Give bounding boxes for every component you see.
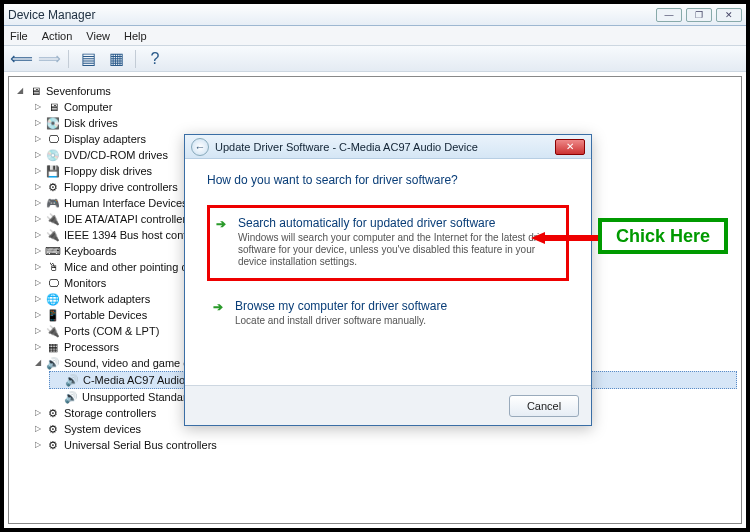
option2-title: Browse my computer for driver software: [235, 299, 559, 313]
dialog-back-button[interactable]: ←: [191, 138, 209, 156]
tree-item-label: IDE ATA/ATAPI controllers: [64, 211, 192, 227]
arrow-icon: ➔: [216, 217, 226, 231]
device-icon: 🎮: [46, 197, 60, 209]
option-search-automatically[interactable]: ➔ Search automatically for updated drive…: [207, 205, 569, 281]
device-icon: 🖵: [46, 133, 60, 145]
tree-item-label: Human Interface Devices: [64, 195, 188, 211]
dialog-close-button[interactable]: ✕: [555, 139, 585, 155]
option1-desc: Windows will search your computer and th…: [238, 232, 556, 268]
annotation-label: Chick Here: [616, 226, 710, 247]
window-close-button[interactable]: ✕: [716, 8, 742, 22]
device-icon: 🌐: [46, 293, 60, 305]
option-browse-computer[interactable]: ➔ Browse my computer for driver software…: [207, 291, 569, 337]
dialog-titlebar: ← Update Driver Software - C-Media AC97 …: [185, 135, 591, 159]
expand-icon[interactable]: ▷: [33, 199, 42, 208]
device-icon: 🖱: [46, 261, 60, 273]
collapse-icon[interactable]: ◢: [15, 87, 24, 96]
menu-file[interactable]: File: [10, 30, 28, 42]
device-icon: 💿: [46, 149, 60, 161]
svg-marker-0: [531, 232, 599, 244]
expand-icon[interactable]: ▷: [33, 231, 42, 240]
dialog-footer: Cancel: [185, 385, 591, 425]
tree-item[interactable]: ▷💽Disk drives: [31, 115, 737, 131]
arrow-icon: ➔: [213, 300, 223, 314]
expand-icon[interactable]: ▷: [33, 135, 42, 144]
tree-item-label: DVD/CD-ROM drives: [64, 147, 168, 163]
expand-icon[interactable]: ▷: [33, 279, 42, 288]
tree-item-label: Universal Serial Bus controllers: [64, 437, 217, 453]
menu-action[interactable]: Action: [42, 30, 73, 42]
expand-icon[interactable]: ▷: [33, 311, 42, 320]
device-icon: ⚙: [46, 423, 60, 435]
expand-icon[interactable]: ▷: [33, 151, 42, 160]
update-driver-dialog: ← Update Driver Software - C-Media AC97 …: [184, 134, 592, 426]
tree-item-label: Storage controllers: [64, 405, 156, 421]
expand-icon[interactable]: ▷: [33, 119, 42, 128]
tree-item-label: Display adapters: [64, 131, 146, 147]
expand-icon[interactable]: ▷: [33, 247, 42, 256]
expand-icon[interactable]: ▷: [33, 167, 42, 176]
cancel-button[interactable]: Cancel: [509, 395, 579, 417]
device-icon: 💽: [46, 117, 60, 129]
menu-help[interactable]: Help: [124, 30, 147, 42]
device-icon: 🔌: [46, 229, 60, 241]
device-icon: 🔌: [46, 213, 60, 225]
expand-icon[interactable]: ▷: [33, 263, 42, 272]
tree-item-label: Portable Devices: [64, 307, 147, 323]
tree-item-label: Keyboards: [64, 243, 117, 259]
window-maximize-button[interactable]: ❐: [686, 8, 712, 22]
tree-item-label: Network adapters: [64, 291, 150, 307]
tree-item[interactable]: ▷🖥Computer: [31, 99, 737, 115]
device-icon: 🔌: [46, 325, 60, 337]
toolbar: ⟸ ⟹ ▤ ▦ ?: [4, 46, 746, 72]
device-icon: ⚙: [46, 407, 60, 419]
tree-item-label: Ports (COM & LPT): [64, 323, 159, 339]
dialog-title: Update Driver Software - C-Media AC97 Au…: [215, 141, 478, 153]
toolbar-forward-button[interactable]: ⟹: [38, 49, 60, 69]
expand-icon[interactable]: ▷: [33, 295, 42, 304]
tree-item[interactable]: ▷⚙Universal Serial Bus controllers: [31, 437, 737, 453]
tree-item-label: System devices: [64, 421, 141, 437]
option2-desc: Locate and install driver software manua…: [235, 315, 559, 327]
expand-icon[interactable]: ▷: [33, 441, 42, 450]
dialog-heading: How do you want to search for driver sof…: [207, 173, 569, 187]
toolbar-help-button[interactable]: ?: [144, 49, 166, 69]
device-icon: ⚙: [46, 439, 60, 451]
tree-item-label: Computer: [64, 99, 112, 115]
tree-item-label: Monitors: [64, 275, 106, 291]
menu-view[interactable]: View: [86, 30, 110, 42]
expand-icon[interactable]: ▷: [33, 425, 42, 434]
expand-icon[interactable]: ▷: [33, 183, 42, 192]
collapse-icon[interactable]: ◢: [33, 359, 42, 368]
option1-title: Search automatically for updated driver …: [238, 216, 556, 230]
expand-icon[interactable]: ▷: [33, 327, 42, 336]
toolbar-back-button[interactable]: ⟸: [10, 49, 32, 69]
sound-icon: 🔊: [64, 391, 78, 403]
sound-icon: 🔊: [65, 374, 79, 386]
tree-item-label: Floppy disk drives: [64, 163, 152, 179]
toolbar-properties-button[interactable]: ▤: [77, 49, 99, 69]
menu-bar: File Action View Help: [4, 26, 746, 46]
tree-root-label: Sevenforums: [46, 83, 111, 99]
tree-item-label: Disk drives: [64, 115, 118, 131]
expand-icon[interactable]: ▷: [33, 103, 42, 112]
device-icon: ⌨: [46, 245, 60, 257]
device-icon: ⚙: [46, 181, 60, 193]
expand-icon[interactable]: ▷: [33, 409, 42, 418]
tree-item-label: Floppy drive controllers: [64, 179, 178, 195]
tree-item-label: Processors: [64, 339, 119, 355]
expand-icon[interactable]: ▷: [33, 215, 42, 224]
window-titlebar: Device Manager — ❐ ✕: [4, 4, 746, 26]
annotation-arrow: [531, 232, 599, 244]
window-minimize-button[interactable]: —: [656, 8, 682, 22]
device-icon: ▦: [46, 341, 60, 353]
annotation-box: Chick Here: [598, 218, 728, 254]
device-icon: 🖥: [46, 101, 60, 113]
tree-root[interactable]: ◢ 🖥 Sevenforums: [13, 83, 737, 99]
expand-icon[interactable]: ▷: [33, 343, 42, 352]
device-icon: 💾: [46, 165, 60, 177]
device-icon: 🖵: [46, 277, 60, 289]
toolbar-scan-button[interactable]: ▦: [105, 49, 127, 69]
window-title: Device Manager: [8, 8, 95, 22]
sound-icon: 🔊: [46, 357, 60, 369]
